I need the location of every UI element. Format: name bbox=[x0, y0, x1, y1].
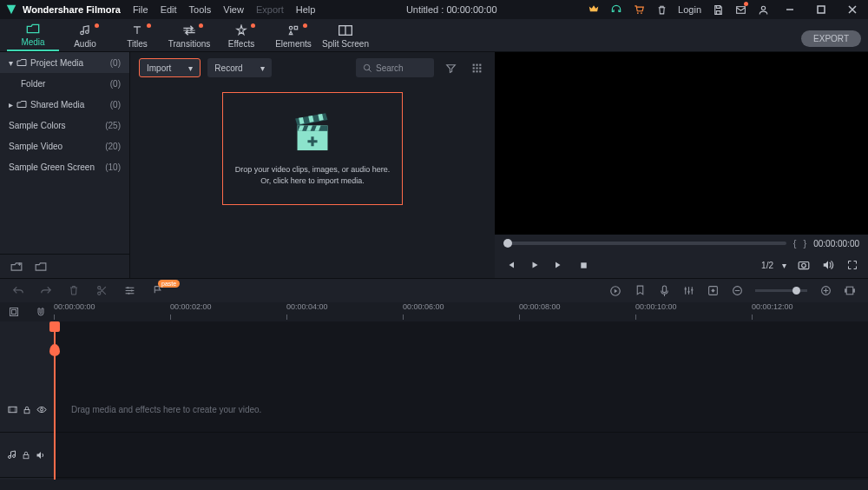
message-icon[interactable] bbox=[734, 3, 746, 16]
record-dropdown[interactable]: Record▾ bbox=[207, 58, 271, 77]
redo-button[interactable] bbox=[40, 286, 52, 296]
audio-track[interactable] bbox=[54, 433, 868, 478]
open-folder-icon[interactable] bbox=[35, 262, 47, 272]
app-logo-icon bbox=[5, 3, 17, 16]
grid-view-icon[interactable] bbox=[467, 58, 486, 77]
svg-rect-19 bbox=[476, 70, 477, 72]
snapshot-button[interactable] bbox=[797, 258, 811, 272]
tab-splitscreen[interactable]: Split Screen bbox=[319, 23, 372, 51]
lock-icon[interactable] bbox=[22, 451, 30, 460]
playback-quality[interactable]: 1/2▾ bbox=[761, 261, 786, 270]
svg-point-0 bbox=[637, 12, 639, 14]
voiceover-button[interactable] bbox=[658, 285, 670, 297]
playhead[interactable] bbox=[54, 321, 56, 480]
video-preview[interactable] bbox=[495, 52, 868, 235]
marker-button[interactable]: paste bbox=[151, 285, 163, 296]
undo-button[interactable] bbox=[12, 286, 24, 296]
snap-toggle[interactable] bbox=[35, 307, 47, 317]
marker-add-button[interactable] bbox=[634, 285, 646, 296]
clapperboard-icon bbox=[285, 110, 340, 157]
split-button[interactable] bbox=[95, 285, 108, 296]
svg-point-32 bbox=[130, 289, 132, 291]
fullscreen-button[interactable] bbox=[845, 258, 859, 272]
sidebar-item-folder[interactable]: Folder(0) bbox=[0, 73, 129, 94]
mixer-button[interactable] bbox=[682, 286, 694, 295]
zoom-fit-button[interactable] bbox=[844, 286, 856, 295]
svg-rect-49 bbox=[845, 288, 846, 292]
support-icon[interactable] bbox=[610, 3, 622, 16]
menu-edit[interactable]: Edit bbox=[161, 4, 177, 15]
tab-audio[interactable]: Audio bbox=[59, 23, 111, 51]
ruler-tick: 00:00:10:00 bbox=[635, 302, 677, 311]
prev-frame-button[interactable] bbox=[503, 258, 517, 272]
next-frame-button[interactable] bbox=[552, 258, 566, 272]
svg-point-6 bbox=[289, 26, 293, 29]
menu-help[interactable]: Help bbox=[296, 4, 316, 15]
menu-file[interactable]: File bbox=[133, 4, 148, 15]
stop-button[interactable] bbox=[576, 258, 590, 272]
mark-out-icon[interactable]: } bbox=[803, 238, 806, 248]
titlebar: Wondershare Filmora File Edit Tools View… bbox=[0, 0, 868, 19]
menu-export: Export bbox=[256, 4, 284, 15]
account-icon[interactable] bbox=[757, 3, 769, 16]
chevron-down-icon: ▾ bbox=[782, 261, 786, 270]
tab-transitions[interactable]: Transitions bbox=[163, 23, 215, 51]
sidebar-item-sample-colors[interactable]: Sample Colors(25) bbox=[0, 115, 129, 136]
media-dropzone[interactable]: Drop your video clips, images, or audio … bbox=[222, 92, 403, 205]
sidebar-item-sample-video[interactable]: Sample Video(20) bbox=[0, 136, 129, 156]
sidebar-item-sample-green-screen[interactable]: Sample Green Screen(10) bbox=[0, 156, 129, 177]
audio-track-header[interactable] bbox=[0, 433, 54, 478]
keyframe-button[interactable] bbox=[707, 285, 719, 296]
menu-view[interactable]: View bbox=[223, 4, 244, 15]
tab-media[interactable]: Media bbox=[7, 22, 59, 51]
video-track-header[interactable] bbox=[0, 387, 54, 433]
timeline[interactable]: Drag media and effects here to create yo… bbox=[0, 321, 868, 480]
ruler-tick: 00:00:08:00 bbox=[519, 302, 561, 311]
ruler-tick: 00:00:12:00 bbox=[752, 302, 793, 311]
tab-elements[interactable]: Elements bbox=[267, 23, 319, 51]
import-dropdown[interactable]: Import▾ bbox=[139, 58, 201, 77]
search-input[interactable]: Search bbox=[356, 58, 434, 77]
maximize-button[interactable] bbox=[811, 2, 832, 17]
trash-icon[interactable] bbox=[655, 3, 667, 16]
volume-button[interactable] bbox=[821, 258, 835, 272]
play-button[interactable] bbox=[528, 258, 542, 272]
filter-icon[interactable] bbox=[441, 58, 460, 77]
zoom-out-button[interactable] bbox=[731, 285, 743, 296]
zoom-in-button[interactable] bbox=[819, 285, 832, 296]
edit-tools-button[interactable] bbox=[123, 286, 135, 295]
zoom-slider[interactable] bbox=[755, 289, 807, 292]
eye-icon[interactable] bbox=[36, 406, 47, 414]
video-track[interactable]: Drag media and effects here to create yo… bbox=[54, 387, 868, 433]
render-button[interactable] bbox=[609, 285, 621, 297]
cart-icon[interactable] bbox=[633, 3, 645, 16]
close-button[interactable] bbox=[842, 2, 863, 17]
svg-rect-16 bbox=[476, 67, 477, 69]
scrub-slider[interactable] bbox=[503, 242, 786, 245]
save-icon[interactable] bbox=[712, 3, 724, 16]
lock-icon[interactable] bbox=[23, 406, 31, 414]
export-button[interactable]: EXPORT bbox=[801, 30, 861, 47]
tab-titles[interactable]: Titles bbox=[111, 23, 163, 51]
mark-in-icon[interactable]: { bbox=[793, 238, 797, 248]
preview-panel: { } 00:00:00:00 1/2▾ bbox=[495, 52, 868, 278]
login-label[interactable]: Login bbox=[678, 4, 701, 15]
minimize-button[interactable] bbox=[779, 2, 800, 17]
ripple-toggle[interactable] bbox=[8, 307, 20, 317]
timeline-ruler[interactable]: 00:00:00:00 00:00:02:00 00:00:04:00 00:0… bbox=[0, 302, 868, 321]
svg-point-1 bbox=[641, 12, 642, 14]
crown-icon[interactable] bbox=[588, 3, 600, 16]
mute-icon[interactable] bbox=[36, 451, 46, 460]
svg-rect-18 bbox=[472, 70, 474, 72]
sidebar-item-shared-media[interactable]: ▸ Shared Media(0) bbox=[0, 94, 129, 115]
new-folder-icon[interactable] bbox=[10, 262, 23, 272]
tab-effects[interactable]: Effects bbox=[215, 23, 267, 51]
menu-tools[interactable]: Tools bbox=[189, 4, 212, 15]
media-panel: Import▾ Record▾ Search Drop your video c… bbox=[130, 52, 495, 278]
filmstrip-icon bbox=[8, 406, 17, 414]
module-toolbar: Media Audio Titles Transitions Effects E… bbox=[0, 19, 868, 52]
svg-rect-15 bbox=[472, 67, 474, 69]
sidebar-item-project-media[interactable]: ▾ Project Media(0) bbox=[0, 52, 129, 73]
svg-rect-5 bbox=[818, 6, 825, 13]
delete-button[interactable] bbox=[68, 285, 80, 296]
